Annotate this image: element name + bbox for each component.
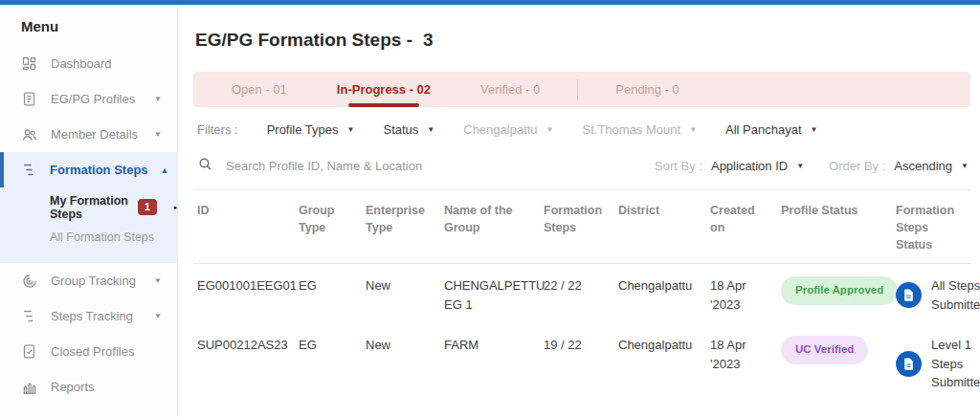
tab-in-progress[interactable]: In-Progress - 02: [312, 72, 456, 107]
cell-formation-steps: 22 / 22: [544, 276, 618, 314]
app-window: Menu Dashboard EG/PG Profiles ▼: [0, 0, 980, 417]
cell-group-type: EG: [299, 276, 366, 314]
sidebar-item-egpg-profiles[interactable]: EG/PG Profiles ▼: [0, 81, 177, 117]
sidebar-item-label: Steps Tracking: [51, 309, 142, 323]
sidebar-item-closed-profiles[interactable]: Closed Profiles: [0, 334, 177, 369]
document-check-icon: [21, 343, 38, 361]
dropdown-value: St.Thomas Mount: [583, 122, 681, 137]
sidebar-item-group-tracking[interactable]: Group Tracking ▼: [0, 263, 177, 298]
table-row[interactable]: EG001001EEG01 EG New CHENGALPETTU EG 1 2…: [193, 264, 970, 323]
unread-dot-icon: ●: [173, 204, 177, 210]
tab-label: In-Progress - 02: [337, 82, 431, 97]
sidebar-subitem-all-formation-steps[interactable]: All Formation Steps: [0, 222, 177, 252]
filter-block-dropdown[interactable]: St.Thomas Mount ▼: [583, 122, 698, 137]
sidebar-item-reports[interactable]: Reports: [0, 369, 177, 405]
column-header: Formation Steps: [544, 202, 618, 253]
filter-profile-types-dropdown[interactable]: Profile Types ▼: [267, 122, 355, 137]
filter-district-dropdown[interactable]: Chengalpattu ▼: [463, 122, 553, 137]
dropdown-value: Ascending: [894, 159, 952, 173]
column-header: District: [618, 202, 710, 253]
chevron-down-icon: ▼: [961, 162, 969, 170]
sidebar-title: Menu: [0, 14, 177, 46]
chevron-down-icon: ▼: [154, 276, 162, 285]
chevron-down-icon: ▼: [689, 125, 697, 134]
page-title: EG/PG Formation Steps - 3: [195, 30, 970, 51]
chevron-down-icon: ▼: [811, 125, 818, 134]
cell-steps-status: All Steps Submitted: [896, 276, 980, 314]
column-header: Group Type: [299, 202, 366, 253]
tab-verified[interactable]: Verified - 0: [456, 72, 565, 107]
sidebar-item-formation-steps[interactable]: Formation Steps ▲: [0, 152, 177, 187]
main-content: EG/PG Formation Steps - 3 Open - 01 In-P…: [178, 5, 980, 417]
cell-profile-status: Profile Approved: [781, 276, 896, 314]
column-header: Profile Status: [781, 202, 896, 253]
formation-steps-table: ID Group Type Enterprise Type Name of th…: [193, 190, 970, 402]
search-input[interactable]: [226, 159, 532, 173]
sidebar-subitem-label: All Formation Steps: [50, 230, 154, 244]
order-by-dropdown[interactable]: Ascending ▼: [894, 159, 969, 173]
chevron-up-icon: ▲: [161, 165, 169, 175]
sidebar-item-member-details[interactable]: Member Details ▼: [0, 117, 177, 152]
table-row[interactable]: SUP00212AS23 EG New FARM 19 / 22 Chengal…: [193, 323, 970, 402]
column-header: Enterprise Type: [366, 202, 444, 253]
sidebar-item-label: EG/PG Profiles: [51, 92, 142, 106]
cell-id: SUP00212AS23: [197, 336, 299, 392]
status-badge: Profile Approved: [781, 276, 898, 304]
chevron-down-icon: ▼: [796, 162, 804, 170]
column-header: ID: [197, 202, 299, 253]
sidebar-item-label: Member Details: [51, 127, 142, 142]
dropdown-value: All Panchayat: [725, 122, 802, 137]
status-tabbar: Open - 01 In-Progress - 02 Verified - 0 …: [193, 72, 970, 107]
table-header-row: ID Group Type Enterprise Type Name of th…: [193, 190, 970, 264]
column-header: Name of the Group: [444, 202, 544, 253]
tab-label: Pending - 0: [615, 82, 679, 97]
count-badge: 1: [138, 199, 157, 215]
chevron-down-icon: ▼: [154, 95, 162, 103]
document-circle-icon[interactable]: [896, 351, 922, 377]
cell-group-name: CHENGALPETTU EG 1: [444, 276, 544, 314]
formation-steps-submenu: My Formation Steps 1 ● All Formation Ste…: [0, 187, 177, 263]
sidebar-item-steps-tracking[interactable]: Steps Tracking ▼: [0, 298, 177, 334]
status-badge: UC Verified: [781, 336, 868, 363]
sidebar: Menu Dashboard EG/PG Profiles ▼: [0, 5, 178, 417]
cell-steps-status: Level 1 Steps Submitted: [896, 336, 980, 392]
cell-group-name: FARM: [444, 336, 544, 392]
tab-pending[interactable]: Pending - 0: [590, 72, 704, 107]
cell-created-on: 18 Apr '2023: [710, 336, 781, 392]
dropdown-value: Chengalpattu: [463, 122, 537, 137]
order-by-label: Order By :: [829, 159, 885, 173]
cell-enterprise-type: New: [366, 276, 444, 314]
sidebar-item-label: Group Tracking: [51, 274, 142, 288]
bar-chart-icon: [21, 379, 38, 396]
dropdown-value: Status: [383, 122, 418, 137]
filter-status-dropdown[interactable]: Status ▼: [383, 122, 434, 137]
cell-district: Chengalpattu: [618, 336, 710, 392]
cell-created-on: 18 Apr '2023: [710, 276, 781, 314]
search-box: [197, 156, 655, 176]
sidebar-item-label: Closed Profiles: [51, 344, 162, 359]
document-circle-icon[interactable]: [896, 282, 922, 308]
steps-status-text: Level 1 Steps Submitted: [931, 336, 980, 392]
sort-controls: Sort By : Application ID ▼ Order By : As…: [655, 159, 969, 173]
page-title-count: 3: [423, 30, 434, 51]
sidebar-item-label: Dashboard: [51, 56, 162, 71]
sidebar-subitem-my-formation-steps[interactable]: My Formation Steps 1 ●: [0, 192, 177, 222]
column-header: Formation Steps Status: [896, 202, 970, 253]
sidebar-subitem-label: My Formation Steps: [50, 194, 129, 221]
chevron-down-icon: ▼: [154, 312, 162, 320]
tab-divider: [577, 79, 578, 100]
cell-id: EG001001EEG01: [197, 276, 299, 314]
steps-status-text: All Steps Submitted: [931, 276, 980, 314]
chevron-down-icon: ▼: [154, 130, 162, 139]
chevron-down-icon: ▼: [347, 125, 355, 134]
sidebar-item-dashboard[interactable]: Dashboard: [0, 46, 177, 81]
dropdown-value: Application ID: [711, 159, 788, 173]
sort-by-dropdown[interactable]: Application ID ▼: [711, 159, 804, 173]
tab-open[interactable]: Open - 01: [207, 72, 312, 107]
tab-label: Verified - 0: [480, 82, 540, 97]
column-header: Created on: [710, 202, 781, 253]
filter-panchayat-dropdown[interactable]: All Panchayat ▼: [725, 122, 817, 137]
cell-profile-status: UC Verified: [781, 336, 896, 392]
members-icon: [21, 126, 38, 143]
search-icon: [197, 156, 213, 176]
